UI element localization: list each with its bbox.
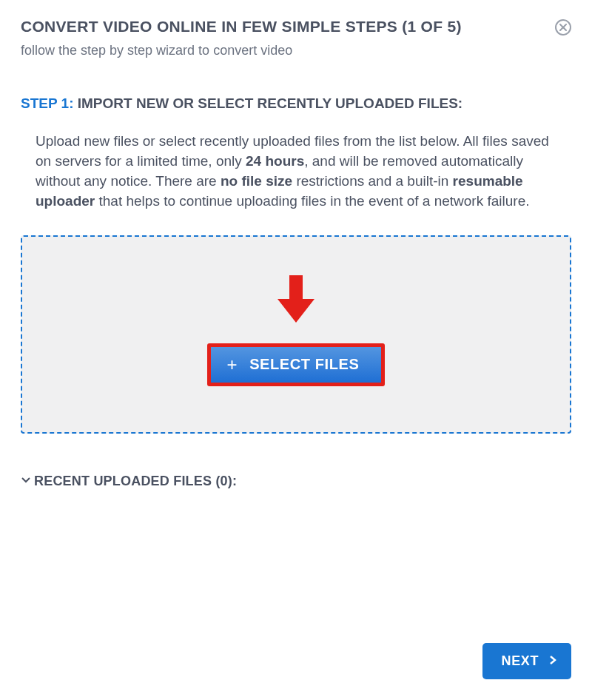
plus-icon: + [227, 356, 238, 374]
step-description: Upload new files or select recently uplo… [21, 131, 571, 212]
page-title: CONVERT VIDEO ONLINE IN FEW SIMPLE STEPS… [21, 18, 462, 36]
select-files-button[interactable]: + SELECT FILES [211, 347, 382, 383]
next-button[interactable]: NEXT [482, 643, 571, 679]
select-files-highlight-frame: + SELECT FILES [207, 343, 386, 386]
chevron-right-icon [549, 653, 556, 669]
close-icon [559, 21, 567, 33]
select-files-label: SELECT FILES [249, 356, 359, 373]
step-heading: STEP 1: IMPORT NEW OR SELECT RECENTLY UP… [21, 95, 571, 112]
page-subtitle: follow the step by step wizard to conver… [21, 43, 571, 58]
step-number-label: STEP 1: [21, 95, 73, 111]
next-label: NEXT [502, 653, 539, 669]
step-title: IMPORT NEW OR SELECT RECENTLY UPLOADED F… [73, 95, 462, 111]
upload-dropzone[interactable]: + SELECT FILES [21, 235, 571, 434]
recent-files-label: RECENT UPLOADED FILES (0): [34, 474, 237, 489]
close-button[interactable] [555, 19, 571, 36]
recent-files-toggle[interactable]: RECENT UPLOADED FILES (0): [21, 474, 571, 489]
chevron-down-icon [21, 474, 31, 488]
arrow-down-indicator-icon [276, 272, 316, 329]
